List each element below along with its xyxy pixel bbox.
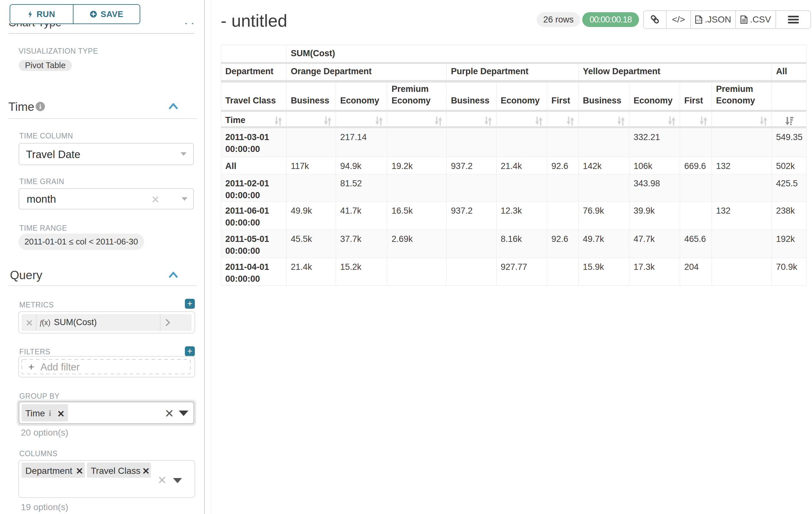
svg-text:</>: </>	[696, 18, 702, 22]
